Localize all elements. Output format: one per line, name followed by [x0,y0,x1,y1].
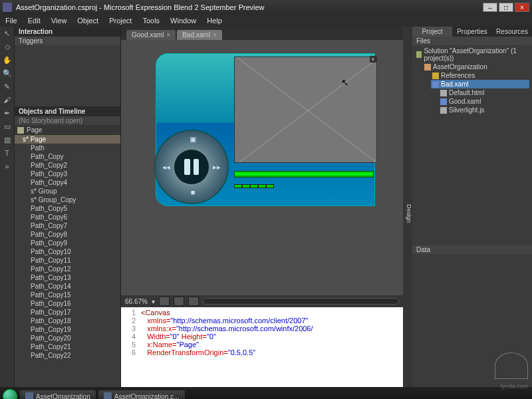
menubar: FileEditViewObjectProjectToolsWindowHelp [0,15,532,27]
tree-item[interactable]: Path_Copy4 [15,178,120,187]
file-item[interactable]: Solution "AssetOrganization" (1 project(… [415,47,529,63]
direct-select-icon[interactable]: ◇ [3,43,12,52]
menu-view[interactable]: View [49,16,70,25]
text-tool-icon[interactable]: T [3,149,12,158]
page-icon [17,127,24,134]
document-tab[interactable]: Bad.xaml× [177,30,222,40]
tree-item[interactable]: s* Page [15,135,120,144]
close-tab-icon[interactable]: × [166,31,170,39]
tree-item[interactable]: Path_Copy7 [15,221,120,230]
annotate-toggle-icon[interactable] [188,297,199,306]
file-item[interactable]: AssetOrganization [423,63,529,71]
menu-file[interactable]: File [3,16,20,25]
progress-bar[interactable] [234,168,374,181]
stop-top-icon[interactable]: ▣ [188,135,198,146]
tree-item[interactable]: Path_Copy16 [15,299,120,308]
tree-item[interactable]: Path_Copy18 [15,317,120,325]
player-close-icon[interactable]: × [370,56,376,63]
xaml-editor[interactable]: 1<Canvas 2 xmlns="http://schemas.microso… [121,307,403,387]
menu-project[interactable]: Project [106,16,134,25]
pause-button[interactable] [174,150,209,184]
close-button[interactable]: × [515,3,529,12]
tree-item[interactable]: Path_Copy19 [15,325,120,334]
file-item[interactable]: Bad.xaml [431,80,529,88]
design-canvas[interactable]: ↖ × ▣ ◂◂ ▸▸ ■ [121,40,403,295]
asset-tool-icon[interactable]: » [3,162,12,172]
file-icon [440,90,447,96]
tree-item[interactable]: Path_Copy20 [15,334,120,342]
page-label: Page [27,126,42,134]
tree-item[interactable]: Path_Copy15 [15,291,120,299]
menu-tools[interactable]: Tools [140,16,162,25]
zoom-tool-icon[interactable]: 🔍 [3,69,12,78]
right-tab-resources[interactable]: Resources [492,27,532,37]
object-tree[interactable]: s* PagePathPath_CopyPath_Copy2Path_Copy3… [15,135,120,387]
eyedropper-icon[interactable]: ✎ [3,82,12,92]
minimize-button[interactable]: – [483,3,497,12]
layout-tool-icon[interactable]: ▥ [3,136,12,145]
right-panel-tabs: ProjectPropertiesResources [412,27,532,37]
tree-item[interactable]: s* Group [15,187,120,196]
prev-icon[interactable]: ◂◂ [161,163,172,174]
pen-tool-icon[interactable]: ✒ [3,109,12,118]
taskbar-button[interactable]: AssetOrganization [20,390,96,399]
files-header[interactable]: Files [412,37,532,45]
selection-tool-icon[interactable]: ↖ [3,29,12,39]
fileblue-icon [432,81,439,88]
triggers-header[interactable]: Triggers [15,37,120,45]
tree-item[interactable]: Path_Copy21 [15,342,120,351]
grid-toggle-icon[interactable] [159,297,170,306]
solution-explorer[interactable]: Solution "AssetOrganization" (1 project(… [412,45,532,116]
zoom-value[interactable]: 66.67% [125,298,148,305]
interaction-panel-header[interactable]: Interaction [15,27,120,37]
window-title: AssetOrganization.csproj - Microsoft Exp… [16,3,265,11]
close-tab-icon[interactable]: × [213,31,217,39]
start-orb[interactable] [3,389,17,399]
player-controls: ▣ ◂◂ ▸▸ ■ [154,130,229,204]
view-tab-design[interactable]: Design [406,201,412,225]
tree-item[interactable]: Path_Copy [15,152,120,161]
tree-item[interactable]: Path_Copy14 [15,282,120,291]
triggers-body [15,45,120,106]
file-item[interactable]: References [431,71,529,80]
tree-item[interactable]: Path_Copy22 [15,351,120,360]
tree-item[interactable]: Path_Copy5 [15,204,120,213]
tree-item[interactable]: Path_Copy12 [15,265,120,273]
tree-item[interactable]: Path [15,144,120,152]
right-tab-properties[interactable]: Properties [452,27,492,37]
brush-tool-icon[interactable]: 🖌 [3,96,12,105]
data-header[interactable]: Data [412,245,532,254]
menu-help[interactable]: Help [204,16,225,25]
shape-tool-icon[interactable]: ▭ [3,122,12,132]
tree-item[interactable]: Path_Copy17 [15,308,120,317]
objects-panel-header[interactable]: Objects and Timeline [15,106,120,116]
tree-item[interactable]: Path_Copy11 [15,256,120,265]
tree-item[interactable]: Path_Copy8 [15,230,120,239]
maximize-button[interactable]: □ [499,3,513,12]
file-item[interactable]: Silverlight.js [439,106,529,114]
menu-window[interactable]: Window [168,16,199,25]
snap-toggle-icon[interactable] [174,297,184,306]
horizontal-scrollbar[interactable] [203,298,399,305]
artboard[interactable]: ↖ × ▣ ◂◂ ▸▸ ■ [161,53,380,219]
proj-icon [424,64,431,70]
tree-item[interactable]: s* Group_Copy [15,196,120,204]
menu-edit[interactable]: Edit [25,16,43,25]
next-icon[interactable]: ▸▸ [211,163,222,174]
file-item[interactable]: Good.xaml [439,97,529,106]
tree-item[interactable]: Path_Copy3 [15,170,120,178]
zoom-dropdown-icon[interactable]: ▾ [152,298,155,305]
watermark-label: lynda.com [501,383,528,390]
stop-icon[interactable]: ■ [188,188,198,199]
document-tab[interactable]: Good.xaml× [126,30,176,40]
tree-item[interactable]: Path_Copy13 [15,273,120,282]
file-item[interactable]: Default.html [439,88,529,97]
tree-item[interactable]: Path_Copy2 [15,161,120,170]
right-tab-project[interactable]: Project [412,27,452,37]
tree-item[interactable]: Path_Copy9 [15,239,120,247]
pan-tool-icon[interactable]: ✋ [3,56,12,65]
tree-item[interactable]: Path_Copy10 [15,247,120,256]
taskbar-button[interactable]: AssetOrganization.c... [98,390,185,399]
tree-item[interactable]: Path_Copy6 [15,213,120,221]
menu-object[interactable]: Object [74,16,101,25]
